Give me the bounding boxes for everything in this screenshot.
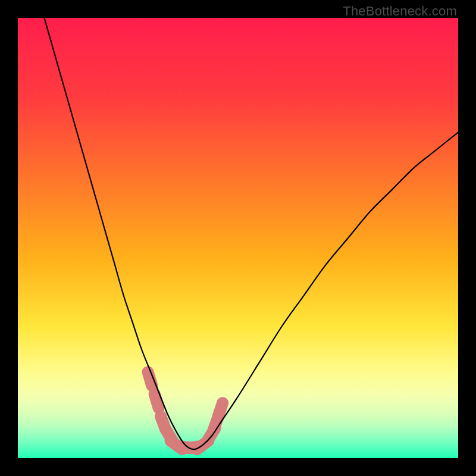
curve-layer — [18, 18, 458, 458]
plot-area — [18, 18, 458, 458]
watermark-text: TheBottleneck.com — [343, 4, 457, 19]
chart-frame: TheBottleneck.com — [0, 0, 476, 476]
trough-marker — [218, 403, 223, 416]
trough-marker — [155, 394, 159, 408]
bottleneck-curve — [44, 18, 458, 449]
trough-marker-group — [148, 372, 223, 449]
